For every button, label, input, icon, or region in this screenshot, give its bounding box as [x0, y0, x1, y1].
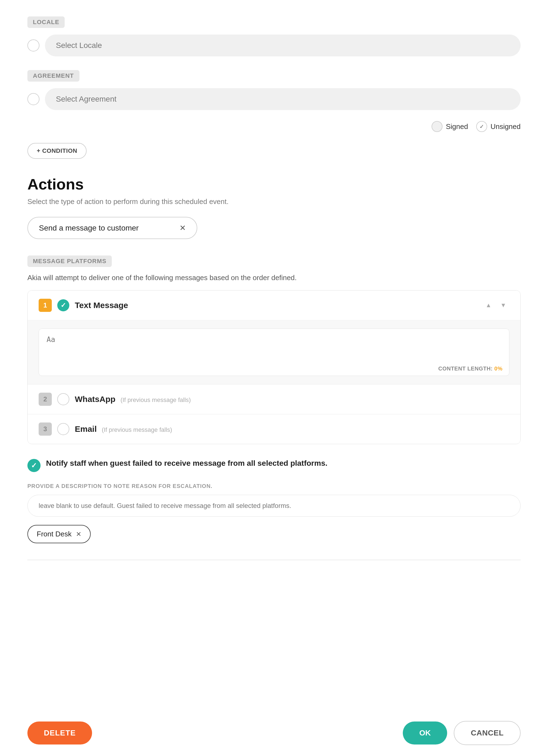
selected-action-label: Send a message to customer [39, 224, 139, 232]
platform-fallback-email: (If previous message falls) [102, 426, 172, 433]
footer-bar: DELETE OK CANCEL [27, 721, 521, 745]
platform-content-text-message: CONTENT LENGTH: 0% [28, 320, 520, 384]
notify-text: Notify staff when guest failed to receiv… [46, 458, 328, 468]
content-length-label: CONTENT LENGTH: [438, 366, 493, 372]
unsigned-radio[interactable] [476, 121, 487, 132]
ok-button[interactable]: OK [403, 721, 447, 744]
platform-fallback-whatsapp: (If previous message falls) [120, 396, 191, 403]
cancel-button[interactable]: CANCEL [454, 721, 521, 745]
escalation-section: PROVIDE A DESCRIPTION TO NOTE REASON FOR… [27, 483, 521, 543]
signed-unsigned-row: Signed Unsigned [27, 121, 521, 132]
actions-subtitle: Select the type of action to perform dur… [27, 197, 521, 206]
message-platforms-label: MESSAGE PLATFORMS [27, 255, 112, 267]
text-message-input[interactable] [39, 329, 509, 362]
agreement-select[interactable] [45, 88, 521, 110]
signed-radio[interactable] [432, 121, 443, 132]
locale-select[interactable] [45, 35, 521, 56]
platform-header-text-message: 1 Text Message ▲ ▼ [28, 291, 520, 320]
platform-item-whatsapp: 2 WhatsApp (If previous message falls) [28, 384, 520, 414]
actions-section: Actions Select the type of action to per… [27, 175, 521, 239]
front-desk-tag: Front Desk ✕ [27, 525, 91, 543]
platform-check-email[interactable] [57, 423, 69, 435]
unsigned-option[interactable]: Unsigned [476, 121, 521, 132]
action-close-icon[interactable]: ✕ [179, 223, 186, 232]
locale-checkbox[interactable] [27, 39, 39, 51]
platform-name-email: Email (If previous message falls) [75, 424, 509, 434]
action-selector[interactable]: Send a message to customer ✕ [27, 217, 197, 239]
platform-header-email: 3 Email (If previous message falls) [28, 414, 520, 444]
signed-label: Signed [446, 122, 468, 131]
locale-label: LOCALE [27, 16, 65, 28]
agreement-checkbox[interactable] [27, 93, 39, 105]
footer-divider [27, 560, 521, 560]
platform-check-text-message[interactable] [57, 299, 69, 311]
add-condition-button[interactable]: + CONDITION [27, 143, 87, 159]
platform-list: 1 Text Message ▲ ▼ CONTENT LENGTH: 0% [27, 290, 521, 444]
platform-arrows-text-message: ▲ ▼ [483, 299, 509, 311]
platform-check-whatsapp[interactable] [57, 393, 69, 405]
agreement-label: AGREEMENT [27, 70, 79, 82]
signed-option[interactable]: Signed [432, 121, 468, 132]
agreement-section: AGREEMENT [27, 70, 521, 110]
locale-section: LOCALE [27, 16, 521, 56]
platform-item-email: 3 Email (If previous message falls) [28, 414, 520, 444]
platform-down-arrow-text-message[interactable]: ▼ [497, 299, 509, 311]
platforms-description: Akia will attempt to deliver one of the … [27, 274, 521, 282]
locale-row [27, 35, 521, 56]
text-area-box: CONTENT LENGTH: 0% [39, 329, 509, 376]
actions-title: Actions [27, 175, 521, 193]
notify-staff-row: Notify staff when guest failed to receiv… [27, 458, 521, 472]
platform-item-text-message: 1 Text Message ▲ ▼ CONTENT LENGTH: 0% [28, 291, 520, 384]
tag-container: Front Desk ✕ [27, 525, 521, 543]
content-length-value: 0% [494, 366, 503, 372]
message-platforms-section: MESSAGE PLATFORMS Akia will attempt to d… [27, 255, 521, 444]
platform-up-arrow-text-message[interactable]: ▲ [483, 299, 495, 311]
delete-button[interactable]: DELETE [27, 721, 92, 744]
platform-name-text-message: Text Message [75, 301, 477, 310]
tag-close-icon[interactable]: ✕ [76, 530, 81, 538]
agreement-row [27, 88, 521, 110]
notify-checkbox[interactable] [27, 459, 41, 472]
escalation-input[interactable] [27, 495, 521, 517]
escalation-label: PROVIDE A DESCRIPTION TO NOTE REASON FOR… [27, 483, 521, 489]
tag-label: Front Desk [37, 530, 71, 538]
page-container: LOCALE AGREEMENT Signed Unsigned + CONDI… [0, 0, 548, 756]
content-length-bar: CONTENT LENGTH: 0% [39, 363, 509, 376]
footer-right: OK CANCEL [403, 721, 521, 745]
unsigned-label: Unsigned [490, 122, 521, 131]
platform-number-3: 3 [39, 422, 52, 436]
platform-name-whatsapp: WhatsApp (If previous message falls) [75, 395, 509, 404]
platform-number-1: 1 [39, 299, 52, 312]
platform-number-2: 2 [39, 393, 52, 406]
platform-header-whatsapp: 2 WhatsApp (If previous message falls) [28, 384, 520, 414]
